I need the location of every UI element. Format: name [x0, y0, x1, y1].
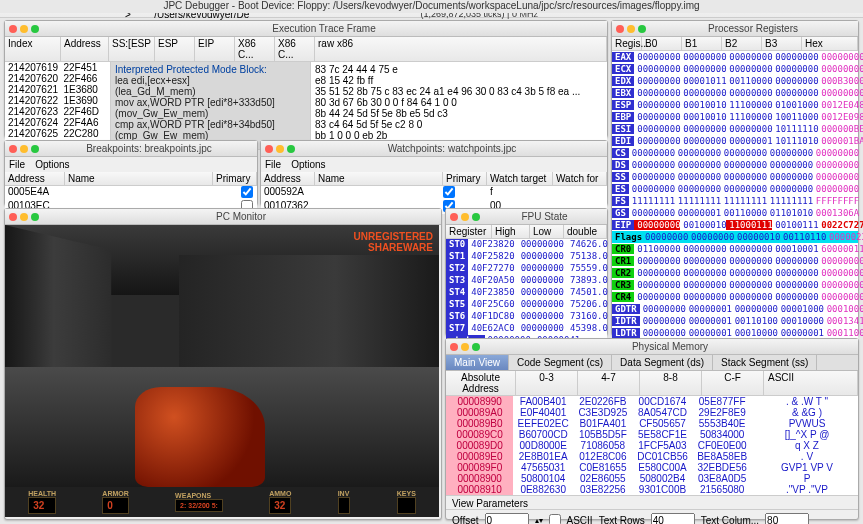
reg-col-b3[interactable]: B3 [762, 37, 802, 50]
mem-tab-ss[interactable]: Stack Segment (ss) [713, 355, 817, 370]
reg-col-b0[interactable]: B0 [642, 37, 682, 50]
vp-label: View Parameters [446, 495, 858, 509]
mem-col-03[interactable]: 0-3 [516, 371, 578, 395]
fpu-col-low[interactable]: Low [530, 225, 564, 238]
bp-title: Breakpoints: breakpoints.jpc [45, 143, 253, 154]
fpu-title: FPU State [486, 211, 603, 222]
hud-keys [397, 497, 416, 514]
bp-menu-options[interactable]: Options [35, 159, 69, 170]
vp-cols-label: Text Colum... [701, 515, 759, 525]
reg-traffic[interactable] [616, 25, 646, 33]
reg-col-b2[interactable]: B2 [722, 37, 762, 50]
menubar[interactable]: Acti Winc Ru To: FD > /Users/kevodwyer/D… [0, 0, 863, 18]
bp-traffic[interactable] [9, 145, 39, 153]
path-text: /Users/kevodwyer/Documents/workspace HD … [154, 0, 414, 20]
vp-ascii-check[interactable] [549, 514, 561, 524]
fpu-rows[interactable]: ST040F238200000000074626.0ST140F25820000… [446, 239, 607, 347]
view-params: Offset ▴▾ ASCII Text Rows Text Colum... [446, 509, 858, 524]
trace-panel: Execution Trace Frame Index Address SS:[… [4, 20, 608, 138]
reg-col-name[interactable]: Regis... [612, 37, 642, 50]
vp-offset-input[interactable] [485, 513, 529, 524]
hud-armor: 0 [102, 497, 128, 514]
bp-menu-file[interactable]: File [9, 159, 25, 170]
fpu-col-high[interactable]: High [492, 225, 530, 238]
vp-offset-label: Offset [452, 515, 479, 525]
menu-windows[interactable]: Winc [41, 3, 63, 14]
mem-traffic[interactable] [450, 343, 480, 351]
hud-ammo: 32 [269, 497, 291, 514]
col-x86c1[interactable]: X86 C... [235, 37, 275, 61]
mem-tab-ds[interactable]: Data Segment (ds) [612, 355, 713, 370]
trace-index-list[interactable]: 21420761922F45121420762022F4662142076211… [5, 62, 111, 149]
mem-rows[interactable]: 00008990FA00B4012E0226FB00CD167405E877FF… [446, 396, 858, 495]
mem-col-addr[interactable]: Absolute Address [446, 371, 516, 395]
vp-rows-input[interactable] [651, 513, 695, 524]
hud-inv [338, 497, 351, 514]
reg-col-b1[interactable]: B1 [682, 37, 722, 50]
col-raw[interactable]: raw x86 [315, 37, 607, 61]
mon-title: PC Monitor [45, 211, 437, 222]
hud-ammo-label: AMMO [269, 490, 291, 497]
vp-cols-input[interactable] [765, 513, 809, 524]
hud-armor-label: ARMOR [102, 490, 128, 497]
raw-hex: 83 7c 24 44 4 75 ee8 15 42 fb ff35 51 52… [311, 62, 607, 149]
vp-stepper[interactable]: ▴▾ [535, 516, 543, 525]
menu-fd[interactable]: FD > [125, 0, 144, 20]
wp-col-name[interactable]: Name [315, 172, 443, 185]
reg-col-hex[interactable]: Hex [802, 37, 858, 50]
breakpoints-panel: Breakpoints: breakpoints.jpc File Option… [4, 140, 258, 206]
col-index[interactable]: Index [5, 37, 61, 61]
fpu-panel: FPU State Register High Low double ST040… [445, 208, 608, 336]
game-screen: UNREGISTEREDSHAREWARE HEALTH32 ARMOR0 WE… [5, 225, 439, 517]
fpu-col-double[interactable]: double [564, 225, 607, 238]
menu-tools[interactable]: To: [100, 3, 113, 14]
mem-col-8b[interactable]: 8-8 [640, 371, 702, 395]
col-address[interactable]: Address [61, 37, 109, 61]
mon-traffic[interactable] [9, 213, 39, 221]
bp-col-addr[interactable]: Address [5, 172, 65, 185]
vp-rows-label: Text Rows [599, 515, 645, 525]
wp-menu-options[interactable]: Options [291, 159, 325, 170]
hud-inv-label: INV [338, 490, 351, 497]
registers-panel: Processor Registers Regis... B0 B1 B2 B3… [611, 20, 859, 336]
vp-ascii-label: ASCII [567, 515, 593, 525]
hud-weapons: 2: 32/200 5: [175, 499, 223, 512]
fpu-col-reg[interactable]: Register [446, 225, 492, 238]
mem-col-cf[interactable]: C-F [702, 371, 764, 395]
trace-traffic[interactable] [9, 25, 39, 33]
menu-run[interactable]: Ru [75, 3, 88, 14]
hud-health: 32 [28, 497, 56, 514]
wp-traffic[interactable] [265, 145, 295, 153]
reg-title: Processor Registers [652, 23, 854, 34]
status-right: CDecoded: (1099396547 x86 Instr) | Execu… [421, 0, 851, 19]
reg-rows[interactable]: EAX0000000000000000000000000000000000000… [612, 51, 858, 339]
wp-col-target[interactable]: Watch target [487, 172, 553, 185]
col-eip[interactable]: EIP [195, 37, 235, 61]
pc-monitor-panel: PC Monitor UNREGISTEREDSHAREWARE HEALTH3… [4, 208, 442, 520]
wp-col-primary[interactable]: Primary [443, 172, 487, 185]
hud-weapons-label: WEAPONS [175, 492, 223, 499]
mem-col-ascii[interactable]: ASCII [764, 371, 858, 395]
mem-tab-cs[interactable]: Code Segment (cs) [509, 355, 612, 370]
hud-health-label: HEALTH [28, 490, 56, 497]
bp-col-name[interactable]: Name [65, 172, 213, 185]
unreg-1: UNREGISTERED [354, 231, 433, 242]
wp-col-for[interactable]: Watch for [553, 172, 607, 185]
mem-title: Physical Memory [486, 341, 854, 352]
wp-menu-file[interactable]: File [265, 159, 281, 170]
wp-col-addr[interactable]: Address [261, 172, 315, 185]
mem-tab-main[interactable]: Main View [446, 355, 509, 370]
mem-tabs[interactable]: Main View Code Segment (cs) Data Segment… [446, 355, 858, 371]
hud: HEALTH32 ARMOR0 WEAPONS2: 32/200 5: AMMO… [5, 487, 439, 517]
col-esp[interactable]: ESP [155, 37, 195, 61]
mem-col-47[interactable]: 4-7 [578, 371, 640, 395]
wp-title: Watchpoints: watchpoints.jpc [301, 143, 603, 154]
bp-col-primary[interactable]: Primary [213, 172, 257, 185]
unreg-2: SHAREWARE [354, 242, 433, 253]
fpu-traffic[interactable] [450, 213, 480, 221]
hud-keys-label: KEYS [397, 490, 416, 497]
memory-panel: Physical Memory Main View Code Segment (… [445, 338, 859, 520]
col-ssesp[interactable]: SS:[ESP [109, 37, 155, 61]
menu-actions[interactable]: Acti [12, 3, 29, 14]
col-x86c2[interactable]: X86 C... [275, 37, 315, 61]
